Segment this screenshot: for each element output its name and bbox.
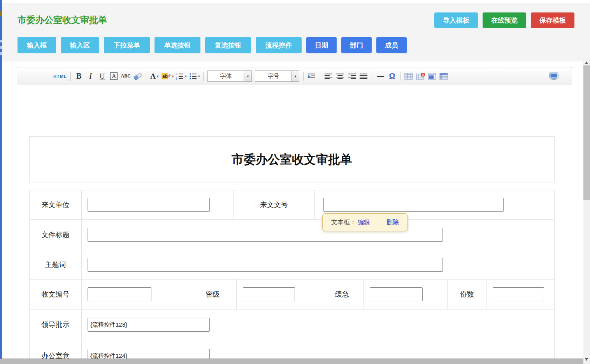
indent-icon [307,73,316,80]
leader-comments-label: 领导批示 [30,309,82,340]
leader-comments-cell [82,309,554,340]
delete-field-link[interactable]: 删除 [386,218,399,227]
table-properties-button[interactable] [426,71,438,82]
edge-decoration [0,46,2,49]
secrecy-level-input[interactable] [243,287,295,301]
align-justify-button[interactable] [358,71,369,82]
page-title: 市委办公室收文审批单 [18,14,107,26]
edge-decoration [0,11,2,16]
edge-decoration [0,52,2,55]
scrollbar-thumb[interactable] [583,65,590,200]
background-window-edge [0,0,2,359]
source-unit-label: 来文单位 [30,190,82,219]
secrecy-level-label: 密级 [189,280,237,309]
font-family-select[interactable]: 字体 ▾ [207,70,252,82]
header: 市委办公室收文审批单 导入模板 在线预览 保存模板 输入框 输入区 下拉菜单 单… [2,3,590,62]
field-tooltip: 文本框： 编辑 删除 [322,213,408,231]
cell-properties-button[interactable] [438,71,450,82]
editor-content[interactable]: 市委办公室收文审批单 来文单位 来文文号 文件标题 [17,85,572,364]
divider [16,31,468,31]
editor-toolbar: HTML B I U A ABC A ▾ ab ✎ ▾ 1 [17,67,572,85]
doc-number-input[interactable] [323,198,504,212]
delete-table-button[interactable] [414,71,426,82]
fullscreen-monitor-icon [549,72,559,80]
toolbar-separator [372,72,372,81]
unordered-list-button[interactable]: ▾ [188,71,201,82]
copies-label: 份数 [448,280,486,309]
widget-member-button[interactable]: 成员 [376,37,407,53]
widget-textarea-button[interactable]: 输入区 [61,37,99,53]
document-title: 市委办公室收文审批单 [232,151,352,168]
save-template-button[interactable]: 保存模板 [531,12,574,28]
html-source-button[interactable]: HTML [52,71,68,82]
receipt-number-input[interactable] [88,287,151,301]
bold-button[interactable]: B [73,71,85,82]
align-center-button[interactable] [334,71,346,82]
widget-flow-control-button[interactable]: 流程控件 [256,37,302,53]
copies-cell [486,280,554,309]
toolbar-separator [203,72,204,81]
table-properties-icon [428,73,436,80]
ordered-list-button[interactable]: 1 2 3 ▾ [175,71,188,82]
chevron-down-icon: ▾ [157,74,159,78]
chevron-down-icon: ▾ [198,74,200,78]
vertical-scrollbar[interactable] [583,58,590,364]
toolbar-separator [320,72,320,81]
import-template-button[interactable]: 导入模板 [434,12,478,28]
scroll-up-arrow-icon[interactable] [585,62,588,64]
svg-text:3: 3 [176,78,177,80]
highlight-color-button[interactable]: ab ✎ ▾ [160,71,175,82]
widget-radio-button[interactable]: 单选按钮 [155,37,200,53]
edit-field-link[interactable]: 编辑 [358,218,370,227]
insert-table-icon [404,73,413,80]
online-preview-button[interactable]: 在线预览 [483,12,526,28]
urgency-input[interactable] [370,287,423,301]
action-button-group: 导入模板 在线预览 保存模板 [434,12,574,28]
font-size-select[interactable]: 字号 ▾ [255,70,299,82]
widget-input-box-button[interactable]: 输入框 [18,37,56,53]
italic-button[interactable]: I [85,71,97,82]
chevron-down-icon[interactable]: ▾ [291,71,299,81]
table-row: 主题词 [30,250,554,280]
toolbar-separator [146,72,146,81]
chevron-down-icon: ▾ [185,74,187,78]
indent-button[interactable] [306,71,318,82]
source-unit-input[interactable] [88,198,210,212]
chevron-down-icon[interactable]: ▾ [244,71,251,81]
align-right-button[interactable] [346,71,358,82]
font-color-button[interactable]: A ▾ [149,71,160,82]
chevron-down-icon: ▾ [172,74,174,78]
widget-checkbox-button[interactable]: 复选按钮 [205,37,251,53]
special-character-button[interactable]: Ω [386,71,398,82]
widget-button-group: 输入框 输入区 下拉菜单 单选按钮 复选按钮 流程控件 日期 部门 成员 [18,37,407,53]
font-color-icon: A [150,72,156,81]
scroll-down-arrow-icon[interactable] [585,358,588,361]
align-center-icon [336,73,344,79]
table-row: 来文单位 来文文号 [30,190,554,220]
underline-button[interactable]: U [97,71,108,82]
widget-date-button[interactable]: 日期 [306,37,337,53]
remove-format-button[interactable] [132,71,144,82]
table-row: 领导批示 [30,309,554,340]
font-attribute-button[interactable]: A [110,72,118,80]
keywords-label: 主题词 [30,250,82,279]
copies-input[interactable] [493,287,544,301]
form-table: 来文单位 来文文号 文件标题 主题词 [29,190,555,364]
toolbar-separator [70,72,71,81]
keywords-input[interactable] [88,258,443,272]
horizontal-rule-button[interactable]: — [374,71,386,82]
align-left-button[interactable] [323,71,334,82]
widget-department-button[interactable]: 部门 [341,37,372,53]
ordered-list-icon: 1 2 3 [176,73,184,80]
toolbar-separator [400,72,400,81]
leader-comments-input[interactable] [88,318,210,332]
receipt-number-cell [82,280,189,309]
unordered-list-icon [189,73,197,80]
cell-properties-icon [439,73,448,80]
urgency-label: 缓急 [321,280,363,309]
fullscreen-button[interactable] [548,71,560,82]
strikethrough-button[interactable]: ABC [120,71,132,82]
insert-table-button[interactable] [403,71,414,82]
align-left-icon [324,73,333,79]
widget-dropdown-button[interactable]: 下拉菜单 [104,37,150,53]
